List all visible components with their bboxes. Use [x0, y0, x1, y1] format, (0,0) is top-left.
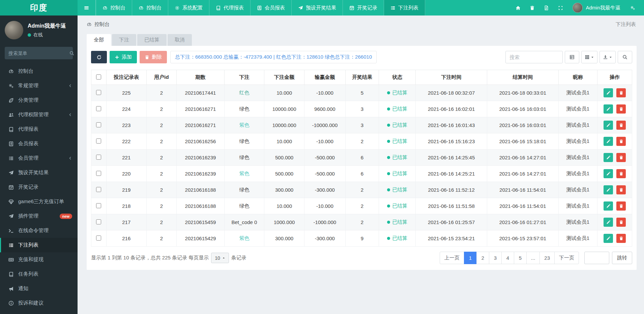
sidebar-item[interactable]: 开奖记录: [0, 180, 78, 194]
page-item[interactable]: 1: [464, 252, 477, 264]
table-search-input[interactable]: [505, 51, 563, 63]
navbar-item[interactable]: 下注列表: [384, 0, 425, 15]
edit-row-button[interactable]: [604, 88, 613, 97]
jump-page-input[interactable]: [584, 252, 609, 264]
row-checkbox[interactable]: [96, 90, 101, 95]
sidebar-item[interactable]: 下注列表: [0, 238, 78, 252]
sidebar-item[interactable]: 会员报表: [0, 136, 78, 151]
cell-bet[interactable]: 绿色: [224, 133, 264, 150]
log-icon[interactable]: [540, 0, 552, 15]
navbar-item[interactable]: 代理报表: [209, 0, 251, 15]
search-icon[interactable]: [69, 51, 74, 56]
delete-row-button[interactable]: [616, 185, 626, 194]
delete-row-button[interactable]: [616, 104, 626, 114]
delete-row-button[interactable]: [616, 121, 626, 130]
delete-row-button[interactable]: [616, 153, 626, 162]
sidebar-toggle-button[interactable]: [78, 0, 96, 15]
navbar-user-menu[interactable]: Admin我最牛逼: [568, 3, 624, 13]
fullscreen-icon[interactable]: [554, 0, 566, 15]
tab-全部[interactable]: 全部: [87, 34, 111, 46]
edit-row-button[interactable]: [604, 153, 613, 162]
delete-row-button[interactable]: [616, 137, 626, 146]
sidebar-item[interactable]: 分类管理: [0, 93, 78, 107]
sidebar-item[interactable]: 任务列表: [0, 267, 78, 281]
cell-bet[interactable]: 紫色: [224, 230, 264, 247]
sidebar-item[interactable]: 代理报表: [0, 122, 78, 136]
navbar-item[interactable]: 控制台: [132, 0, 168, 15]
page-item[interactable]: ...: [526, 252, 540, 264]
sidebar-item[interactable]: 在线命令管理: [0, 223, 78, 238]
cell-bet[interactable]: 紫色: [224, 117, 264, 133]
export-button[interactable]: [599, 51, 616, 63]
refresh-button[interactable]: [91, 51, 107, 63]
row-checkbox[interactable]: [96, 203, 101, 208]
navbar-item[interactable]: 控制台: [96, 0, 132, 15]
cell-bet[interactable]: 绿色: [224, 182, 264, 198]
row-checkbox[interactable]: [96, 122, 101, 127]
page-item[interactable]: 4: [501, 252, 514, 264]
edit-row-button[interactable]: [604, 234, 613, 243]
edit-row-button[interactable]: [604, 169, 613, 178]
tab-下注[interactable]: 下注: [112, 34, 136, 46]
row-checkbox[interactable]: [96, 106, 101, 111]
delete-row-button[interactable]: [616, 234, 626, 243]
cell-bet[interactable]: 紫色: [224, 166, 264, 182]
navbar-item[interactable]: 预设开奖结果: [292, 0, 343, 15]
delete-row-button[interactable]: [616, 88, 626, 97]
select-all-checkbox[interactable]: [96, 74, 101, 80]
cell-bet[interactable]: 绿色: [224, 101, 264, 117]
edit-row-button[interactable]: [604, 137, 613, 146]
edit-row-button[interactable]: [604, 218, 613, 227]
jump-button[interactable]: 跳转: [612, 252, 632, 264]
navbar-item[interactable]: 开奖记录: [343, 0, 384, 15]
sidebar-item[interactable]: 常规管理: [0, 78, 78, 93]
settings-gears-icon[interactable]: [626, 0, 639, 15]
breadcrumb[interactable]: 控制台: [87, 21, 110, 28]
delete-row-button[interactable]: [616, 201, 626, 211]
page-item[interactable]: 3: [489, 252, 502, 264]
sidebar-item[interactable]: 代理权限管理: [0, 107, 78, 122]
sidebar-item[interactable]: 会员管理: [0, 151, 78, 165]
delete-button[interactable]: 删除: [140, 51, 167, 63]
navbar-item[interactable]: 会员报表: [251, 0, 292, 15]
navbar-item[interactable]: 系统配置: [168, 0, 209, 15]
home-icon[interactable]: [512, 0, 524, 15]
cell-bet[interactable]: 红色: [224, 85, 264, 101]
page-item[interactable]: 23: [539, 252, 555, 264]
page-item[interactable]: 下一页: [554, 252, 579, 264]
add-button[interactable]: 添加: [110, 51, 137, 63]
edit-row-button[interactable]: [604, 121, 613, 130]
page-item[interactable]: 5: [514, 252, 527, 264]
delete-row-button[interactable]: [616, 169, 626, 178]
delete-row-button[interactable]: [616, 218, 626, 227]
cell-bet[interactable]: 绿色: [224, 198, 264, 214]
tab-已结算[interactable]: 已结算: [137, 34, 167, 46]
page-item[interactable]: 2: [476, 252, 489, 264]
cell-bet[interactable]: Bet_code 0: [224, 214, 264, 230]
columns-button[interactable]: [581, 51, 597, 63]
trash-icon[interactable]: [526, 0, 538, 15]
page-size-dropdown[interactable]: 10: [211, 253, 229, 263]
sidebar-item[interactable]: game6三方充值订单: [0, 194, 78, 209]
sidebar-item[interactable]: 通知: [0, 281, 78, 296]
edit-row-button[interactable]: [604, 104, 613, 114]
sidebar-item[interactable]: 控制台: [0, 64, 78, 78]
sidebar-item[interactable]: 插件管理 new: [0, 209, 78, 223]
tab-取消[interactable]: 取消: [168, 34, 192, 46]
search-toggle-button[interactable]: [618, 51, 632, 63]
row-checkbox[interactable]: [96, 155, 101, 160]
brand-logo[interactable]: 印度: [0, 0, 78, 15]
cell-bet[interactable]: 绿色: [224, 150, 264, 166]
sidebar-item[interactable]: 预设开奖结果: [0, 165, 78, 180]
edit-row-button[interactable]: [604, 201, 613, 211]
row-checkbox[interactable]: [96, 187, 101, 192]
row-checkbox[interactable]: [96, 219, 101, 224]
row-checkbox[interactable]: [96, 171, 101, 176]
page-item[interactable]: 上一页: [440, 252, 464, 264]
sidebar-search-input[interactable]: [8, 51, 69, 56]
sidebar-item[interactable]: 投诉和建议: [0, 296, 78, 310]
row-checkbox[interactable]: [96, 236, 101, 241]
edit-row-button[interactable]: [604, 185, 613, 194]
row-checkbox[interactable]: [96, 138, 101, 144]
detail-view-button[interactable]: [565, 51, 579, 63]
